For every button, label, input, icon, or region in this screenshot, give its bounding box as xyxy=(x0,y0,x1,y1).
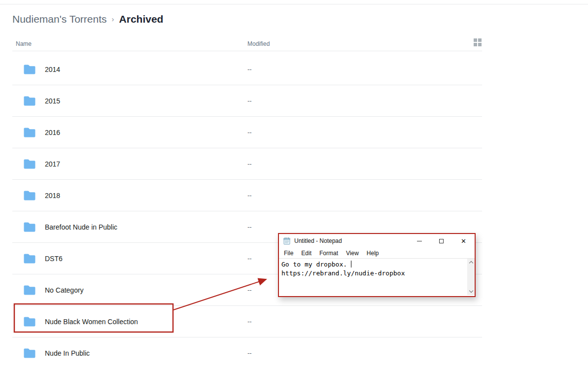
breadcrumb-parent-link[interactable]: Nudieman's Torrents xyxy=(12,13,107,25)
folder-icon xyxy=(23,222,36,232)
file-row[interactable]: 2015 -- xyxy=(12,85,482,117)
file-name[interactable]: 2018 xyxy=(45,192,60,200)
notepad-window[interactable]: Untitled - Notepad ✕ FileEditFormatViewH… xyxy=(278,233,476,297)
minimize-button[interactable] xyxy=(408,234,430,248)
folder-icon xyxy=(23,253,36,264)
notepad-menu-view[interactable]: View xyxy=(342,250,363,257)
file-name[interactable]: Barefoot Nude in Public xyxy=(45,223,117,231)
file-modified-value: -- xyxy=(247,223,252,231)
column-header-name[interactable]: Name xyxy=(16,40,32,47)
close-icon: ✕ xyxy=(461,238,466,244)
breadcrumb: Nudieman's Torrents › Archived xyxy=(12,13,163,25)
file-name[interactable]: 2015 xyxy=(45,97,60,105)
notepad-menu-format[interactable]: Format xyxy=(315,250,342,257)
folder-icon xyxy=(23,348,36,358)
notepad-text-line[interactable]: Go to my dropbox. xyxy=(281,260,465,269)
notepad-window-title: Untitled - Notepad xyxy=(294,237,342,244)
breadcrumb-separator-icon: › xyxy=(112,15,114,23)
file-modified-value: -- xyxy=(247,349,252,357)
maximize-button[interactable] xyxy=(430,234,452,248)
folder-icon xyxy=(23,64,36,74)
file-row[interactable]: 2018 -- xyxy=(12,180,482,211)
notepad-text[interactable]: Go to my dropbox. https://rebrand.ly/nud… xyxy=(279,259,475,278)
file-row[interactable]: 2014 -- xyxy=(12,54,482,85)
notepad-app-icon xyxy=(283,237,291,245)
file-name[interactable]: Nude In Public xyxy=(45,349,90,357)
notepad-menu-edit[interactable]: Edit xyxy=(297,250,315,257)
file-row[interactable]: 2017 -- xyxy=(12,148,482,180)
file-name[interactable]: 2016 xyxy=(45,129,60,136)
maximize-icon xyxy=(439,239,444,243)
file-row[interactable]: Nude In Public -- xyxy=(12,337,482,368)
file-name[interactable]: 2014 xyxy=(45,66,60,73)
scroll-up-icon[interactable] xyxy=(469,261,473,265)
folder-icon xyxy=(23,96,36,106)
notepad-menu-help[interactable]: Help xyxy=(363,250,383,257)
page-top-divider xyxy=(0,4,588,4)
file-modified-value: -- xyxy=(247,160,252,167)
notepad-menu-file[interactable]: File xyxy=(280,250,297,257)
file-modified-value: -- xyxy=(247,129,252,136)
notepad-text-line[interactable]: https://rebrand.ly/nudie-dropbox xyxy=(281,269,465,278)
file-modified-value: -- xyxy=(247,318,252,325)
text-caret xyxy=(351,261,351,268)
close-button[interactable]: ✕ xyxy=(452,234,475,248)
notepad-titlebar[interactable]: Untitled - Notepad ✕ xyxy=(279,234,475,248)
grid-view-icon[interactable] xyxy=(474,38,482,46)
file-name[interactable]: DST6 xyxy=(45,255,63,263)
folder-icon xyxy=(23,285,36,295)
notepad-menubar: FileEditFormatViewHelp xyxy=(279,248,475,258)
screen: { "page": { "breadcrumb": { "parent": "N… xyxy=(0,0,588,368)
folder-icon xyxy=(23,316,36,327)
notepad-edit-area[interactable]: Go to my dropbox. https://rebrand.ly/nud… xyxy=(279,258,475,295)
file-list-header: Name Modified xyxy=(12,37,482,51)
file-name[interactable]: 2017 xyxy=(45,160,60,168)
file-name[interactable]: Nude Black Women Collection xyxy=(45,318,138,326)
file-modified-value: -- xyxy=(247,286,252,294)
column-header-modified[interactable]: Modified xyxy=(247,40,270,47)
folder-icon xyxy=(23,159,36,169)
file-row[interactable]: 2016 -- xyxy=(12,117,482,148)
page-title: Archived xyxy=(119,13,164,25)
scroll-down-icon[interactable] xyxy=(469,289,473,293)
file-modified-value: -- xyxy=(247,97,252,104)
file-modified-value: -- xyxy=(247,66,252,73)
notepad-scrollbar[interactable] xyxy=(467,259,475,295)
folder-icon xyxy=(23,190,36,201)
file-name[interactable]: No Category xyxy=(45,286,84,294)
file-modified-value: -- xyxy=(247,255,252,262)
minimize-icon xyxy=(417,241,422,241)
file-modified-value: -- xyxy=(247,192,252,199)
file-row[interactable]: Nude Black Women Collection -- xyxy=(12,306,482,337)
file-list: 2014 -- 2015 -- 2016 -- 2017 -- 2018 -- … xyxy=(12,51,482,368)
notepad-window-controls: ✕ xyxy=(408,234,475,248)
folder-icon xyxy=(23,127,36,137)
